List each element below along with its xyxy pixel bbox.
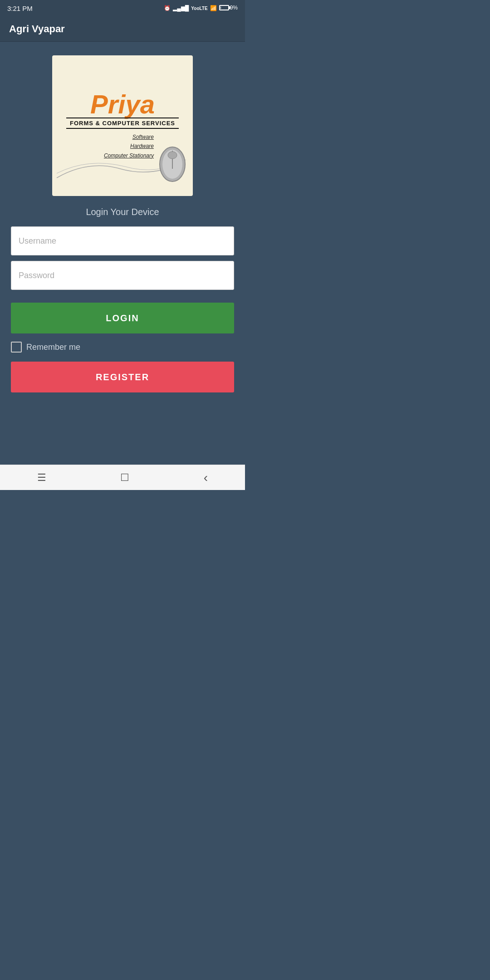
menu-nav-icon[interactable]: ☰ bbox=[26, 468, 57, 487]
status-time: 3:21 PM bbox=[7, 5, 33, 12]
alarm-icon: ⏰ bbox=[164, 5, 171, 11]
home-nav-icon[interactable]: ☐ bbox=[109, 468, 140, 487]
status-bar: 3:21 PM ⏰ ▂▄▆█ YooLTE 📶 9% bbox=[0, 0, 245, 16]
back-nav-icon[interactable]: ‹ bbox=[193, 467, 219, 489]
service2: Hardware bbox=[59, 142, 154, 151]
wifi-icon: 📶 bbox=[210, 5, 217, 11]
logo-container: Priya FORMS & COMPUTER SERVICES Software… bbox=[52, 55, 193, 196]
remember-me-label[interactable]: Remember me bbox=[11, 342, 234, 353]
logo-brand: Priya bbox=[59, 91, 186, 118]
status-icons: ⏰ ▂▄▆█ YooLTE 📶 9% bbox=[164, 5, 238, 12]
main-content: Priya FORMS & COMPUTER SERVICES Software… bbox=[0, 42, 245, 465]
bottom-nav: ☰ ☐ ‹ bbox=[0, 465, 245, 490]
app-title: Agri Vyapar bbox=[9, 23, 65, 35]
login-form: LOGIN Remember me REGISTER bbox=[11, 226, 234, 392]
register-button[interactable]: REGISTER bbox=[11, 362, 234, 392]
lte-icon: YooLTE bbox=[191, 6, 207, 11]
signal-icon: ▂▄▆█ bbox=[173, 5, 189, 11]
mouse-icon bbox=[157, 142, 188, 182]
remember-me-text: Remember me bbox=[26, 343, 80, 352]
logo-subtitle: FORMS & COMPUTER SERVICES bbox=[66, 118, 179, 129]
password-input[interactable] bbox=[11, 261, 234, 290]
battery-icon: 9% bbox=[219, 5, 238, 12]
svg-point-3 bbox=[168, 152, 177, 159]
login-title: Login Your Device bbox=[86, 207, 159, 217]
checkbox-visual bbox=[11, 342, 22, 353]
logo-brand-text: Priya bbox=[90, 89, 155, 119]
service1: Software bbox=[59, 132, 154, 142]
app-bar: Agri Vyapar bbox=[0, 16, 245, 42]
username-input[interactable] bbox=[11, 226, 234, 255]
login-button[interactable]: LOGIN bbox=[11, 303, 234, 333]
